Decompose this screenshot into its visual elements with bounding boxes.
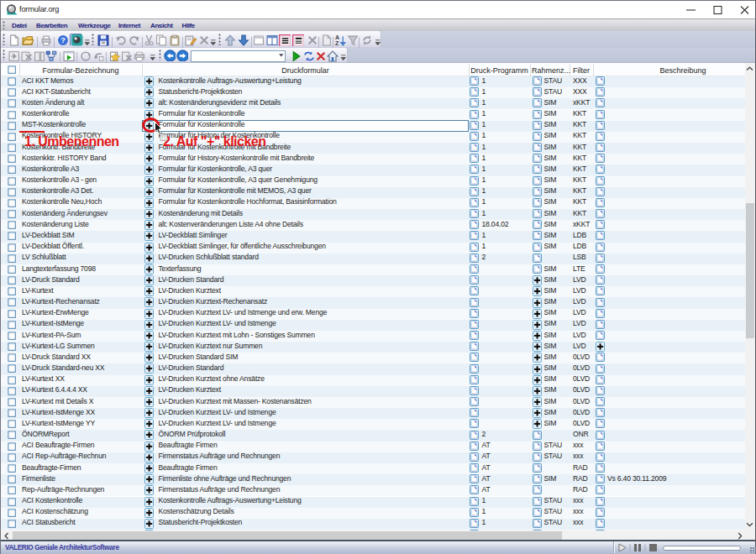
svg-text:Z: Z — [335, 40, 339, 46]
svg-text:?: ? — [60, 36, 66, 44]
svg-text:A: A — [335, 34, 339, 40]
